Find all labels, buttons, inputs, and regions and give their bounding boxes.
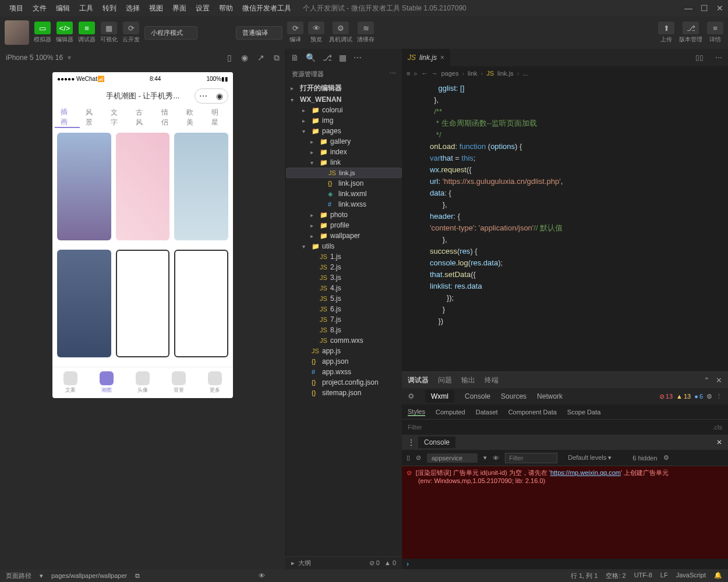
back-icon[interactable]: ← xyxy=(421,70,427,77)
file-item[interactable]: JS8.js xyxy=(286,325,402,335)
panel-tab[interactable]: Sources xyxy=(501,392,526,400)
devtools-tab[interactable]: 终端 xyxy=(485,375,499,385)
grid-item[interactable] xyxy=(174,250,228,357)
folder-item[interactable]: ▾📁utils xyxy=(286,241,402,251)
menu-item[interactable]: 转到 xyxy=(98,4,121,12)
outline-bar[interactable]: ▸大纲 ⊘ 0▲ 0 xyxy=(285,556,402,569)
visual-button[interactable]: ▦可视化 xyxy=(100,22,118,44)
mode-select[interactable]: 小程序模式 xyxy=(144,26,197,40)
menu-item[interactable]: 编辑 xyxy=(51,4,75,12)
more-icon[interactable]: ⋮ xyxy=(716,393,722,400)
nav-item[interactable]: 潮图 xyxy=(89,367,125,398)
device-label[interactable]: iPhone 5 100% 16 xyxy=(6,54,63,62)
folder-item[interactable]: ▸📁index xyxy=(286,147,402,157)
editor-tab[interactable]: JSlink.js× xyxy=(402,49,450,66)
grid-item[interactable] xyxy=(174,133,228,240)
chevron-up-icon[interactable]: ⌃ xyxy=(704,376,710,385)
file-item[interactable]: {}link.json xyxy=(286,178,402,189)
version-button[interactable]: ⎇版本管理 xyxy=(679,22,702,44)
file-item[interactable]: JS2.js xyxy=(286,262,402,272)
cloud-button[interactable]: ⟳云开发 xyxy=(122,22,140,44)
bell-icon[interactable]: 🔔 xyxy=(714,572,722,580)
search-icon[interactable]: 🔍 xyxy=(306,53,316,62)
file-item[interactable]: #app.wxss xyxy=(286,367,402,377)
close-icon[interactable]: ✕ xyxy=(716,438,722,446)
file-item[interactable]: JS5.js xyxy=(286,293,402,304)
hidden-label[interactable]: 6 hidden xyxy=(632,455,657,462)
clear-icon[interactable]: ⊘ xyxy=(416,454,421,462)
close-icon[interactable]: ✕ xyxy=(716,376,722,385)
compile-select[interactable]: 普通编译 xyxy=(236,26,282,40)
console-tab[interactable]: Console xyxy=(418,436,455,448)
devtools-tab[interactable]: 输出 xyxy=(461,375,475,385)
code-editor[interactable]: gglist: [] }, /** * 生命周期函数--监听页面加载 */ on… xyxy=(402,80,728,371)
style-tab[interactable]: Component Data xyxy=(508,409,557,416)
cursor-pos[interactable]: 行 1, 列 1 xyxy=(571,572,598,580)
upload-button[interactable]: ⬆上传 xyxy=(658,22,674,44)
menu-item[interactable]: 选择 xyxy=(121,4,144,12)
more-icon[interactable]: ⋯ xyxy=(709,54,728,62)
eye-icon[interactable]: 👁 xyxy=(259,572,265,579)
section-header[interactable]: ▾WX_WENAN xyxy=(286,94,402,105)
console-prompt[interactable]: › xyxy=(402,559,728,569)
details-button[interactable]: ≡详情 xyxy=(707,22,723,44)
category-tab[interactable]: 插画 xyxy=(55,107,80,128)
simulator-button[interactable]: ▭模拟器 xyxy=(34,22,51,44)
file-item[interactable]: {}project.config.json xyxy=(286,377,402,388)
filter-input[interactable] xyxy=(505,453,557,463)
info-badge[interactable]: ● 6 xyxy=(694,393,703,400)
folder-item[interactable]: ▸📁colorui xyxy=(286,105,402,115)
ext-icon[interactable]: ▦ xyxy=(339,53,347,62)
section-header[interactable]: ▸打开的编辑器 xyxy=(286,82,402,94)
file-item[interactable]: JS1.js xyxy=(286,251,402,262)
editor-button[interactable]: </>编辑器 xyxy=(56,22,73,44)
eol-label[interactable]: LF xyxy=(660,572,668,580)
devtools-tab[interactable]: 问题 xyxy=(438,375,452,385)
folder-item[interactable]: ▸📁img xyxy=(286,115,402,126)
context-select[interactable]: appservice xyxy=(427,453,478,463)
grid-item[interactable] xyxy=(57,250,111,357)
forward-icon[interactable]: → xyxy=(431,70,437,77)
menu-item[interactable]: 工具 xyxy=(75,4,98,12)
category-tab[interactable]: 欧美 xyxy=(181,108,206,127)
panel-tab[interactable]: Wxml xyxy=(425,390,454,403)
menu-item[interactable]: 项目 xyxy=(5,4,28,12)
bookmark-icon[interactable]: ⟐ xyxy=(414,70,418,77)
menu-item[interactable]: 视图 xyxy=(144,4,168,12)
compile-button[interactable]: ⟳编译 xyxy=(287,22,303,44)
encoding-label[interactable]: UTF-8 xyxy=(634,572,652,580)
error-link[interactable]: https://mp.weixin.qq.com xyxy=(550,469,621,476)
nav-item[interactable]: 文案 xyxy=(52,367,89,398)
preview-button[interactable]: 👁预览 xyxy=(308,22,324,44)
nav-item[interactable]: 更多 xyxy=(197,367,233,398)
warn-badge[interactable]: ▲ 13 xyxy=(676,393,691,400)
category-tab[interactable]: 情侣 xyxy=(156,108,181,127)
files-icon[interactable]: 🗎 xyxy=(291,53,299,62)
sidebar-icon[interactable]: ▯ xyxy=(407,454,410,462)
close-tab-icon[interactable]: × xyxy=(440,54,444,62)
folder-item[interactable]: ▸📁wallpaper xyxy=(286,230,402,241)
more-icon[interactable]: ⋯ xyxy=(390,70,396,79)
menu-item[interactable]: 文件 xyxy=(28,4,51,12)
style-tab[interactable]: Scope Data xyxy=(567,409,600,416)
folder-item[interactable]: ▸📁profile xyxy=(286,220,402,230)
style-tab[interactable]: Styles xyxy=(408,408,425,416)
file-item[interactable]: JS4.js xyxy=(286,283,402,293)
nav-item[interactable]: 背景 xyxy=(161,367,197,398)
file-item[interactable]: JScomm.wxs xyxy=(286,335,402,346)
indent-label[interactable]: 空格: 2 xyxy=(606,572,625,580)
copy-icon[interactable]: ⧉ xyxy=(274,53,280,63)
grid-item[interactable] xyxy=(116,133,170,240)
style-tab[interactable]: Computed xyxy=(436,409,465,416)
file-item[interactable]: JSlink.js xyxy=(286,168,402,178)
nav-item[interactable]: 头像 xyxy=(125,367,161,398)
copy-icon[interactable]: ⧉ xyxy=(135,572,140,580)
file-item[interactable]: JSapp.js xyxy=(286,346,402,356)
grid-item[interactable] xyxy=(57,133,111,240)
gear-icon[interactable]: ⚙ xyxy=(663,454,669,462)
file-item[interactable]: JS3.js xyxy=(286,272,402,283)
page-path[interactable]: pages/wallpaper/wallpaper xyxy=(51,572,127,579)
inspect-icon[interactable]: ⯐ xyxy=(408,392,415,400)
menu-item[interactable]: 帮助 xyxy=(214,4,238,12)
file-item[interactable]: ◈link.wxml xyxy=(286,189,402,199)
